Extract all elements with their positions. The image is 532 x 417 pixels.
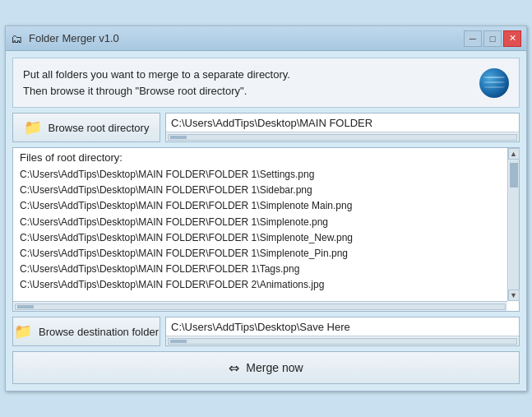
root-path-text: C:\Users\AddTips\Desktop\MAIN FOLDER	[166, 114, 519, 132]
title-controls: ─ □ ✕	[464, 30, 521, 47]
folder-icon: 📁	[24, 118, 42, 137]
v-scroll-down[interactable]: ▼	[508, 290, 520, 301]
info-text: Put all folders you want to merge to a s…	[23, 67, 290, 99]
browse-root-button[interactable]: 📁 Browse root directory	[12, 113, 160, 142]
files-h-scroll-thumb	[17, 305, 34, 308]
merge-icon: ⇔	[229, 360, 239, 376]
file-item: C:\Users\AddTips\Desktop\MAIN FOLDER\FOL…	[20, 277, 512, 293]
dest-path-scrollbar[interactable]	[166, 336, 519, 345]
root-h-scroll-track[interactable]	[168, 134, 517, 141]
globe-icon	[479, 68, 509, 98]
browse-dest-row: 📁 Browse destination folder C:\Users\Add…	[12, 317, 520, 346]
files-panel: ▲ ▼ Files of root directory: C:\Users\Ad…	[12, 147, 520, 312]
minimize-button[interactable]: ─	[464, 30, 482, 47]
dest-path-text: C:\Users\AddTips\Desktop\Save Here	[166, 317, 519, 336]
close-button[interactable]: ✕	[503, 30, 521, 47]
browse-dest-button[interactable]: 📁 Browse destination folder	[12, 317, 160, 346]
v-scroll-up[interactable]: ▲	[508, 148, 520, 160]
files-list: C:\Users\AddTips\Desktop\MAIN FOLDER\FOL…	[13, 167, 519, 301]
file-item: C:\Users\AddTips\Desktop\MAIN FOLDER\FOL…	[20, 215, 512, 230]
file-item: C:\Users\AddTips\Desktop\MAIN FOLDER\FOL…	[20, 198, 512, 214]
files-v-scrollbar[interactable]: ▲ ▼	[507, 148, 519, 301]
root-path-box: C:\Users\AddTips\Desktop\MAIN FOLDER	[165, 113, 520, 142]
dest-h-scroll-thumb	[170, 340, 187, 343]
file-item: C:\Users\AddTips\Desktop\MAIN FOLDER\FOL…	[20, 183, 512, 198]
root-path-scrollbar[interactable]	[166, 132, 519, 141]
browse-dest-label: Browse destination folder	[39, 326, 159, 338]
folder-icon-dest: 📁	[14, 322, 32, 341]
root-h-scroll-thumb	[170, 136, 187, 139]
dest-h-scroll-track[interactable]	[168, 338, 517, 345]
v-scroll-track[interactable]	[509, 160, 519, 290]
window-title: Folder Merger v1.0	[29, 32, 119, 44]
files-h-scrollbar[interactable]	[13, 301, 507, 311]
file-item: C:\Users\AddTips\Desktop\MAIN FOLDER\FOL…	[20, 230, 512, 246]
app-icon: 🗂	[11, 32, 24, 45]
files-h-scroll-track[interactable]	[15, 303, 506, 310]
title-bar: 🗂 Folder Merger v1.0 ─ □ ✕	[6, 26, 526, 51]
dest-path-box: C:\Users\AddTips\Desktop\Save Here	[165, 317, 520, 346]
maximize-button[interactable]: □	[483, 30, 502, 47]
files-label: Files of root directory:	[13, 148, 519, 167]
info-line2: Then browse it through "Browse root dire…	[23, 83, 290, 100]
info-panel: Put all folders you want to merge to a s…	[12, 58, 520, 108]
file-item: C:\Users\AddTips\Desktop\MAIN FOLDER\FOL…	[20, 262, 512, 277]
file-item: C:\Users\AddTips\Desktop\MAIN FOLDER\FOL…	[20, 246, 512, 262]
merge-button[interactable]: ⇔ Merge now	[12, 351, 520, 384]
main-window: 🗂 Folder Merger v1.0 ─ □ ✕ Put all folde…	[5, 25, 527, 392]
merge-label: Merge now	[246, 361, 303, 374]
file-item: C:\Users\AddTips\Desktop\MAIN FOLDER\FOL…	[20, 167, 512, 183]
browse-root-row: 📁 Browse root directory C:\Users\AddTips…	[12, 113, 520, 142]
browse-root-label: Browse root directory	[49, 122, 150, 134]
v-scroll-thumb	[510, 163, 518, 188]
window-body: Put all folders you want to merge to a s…	[6, 51, 526, 391]
title-bar-left: 🗂 Folder Merger v1.0	[11, 32, 119, 45]
info-line1: Put all folders you want to merge to a s…	[23, 67, 290, 83]
